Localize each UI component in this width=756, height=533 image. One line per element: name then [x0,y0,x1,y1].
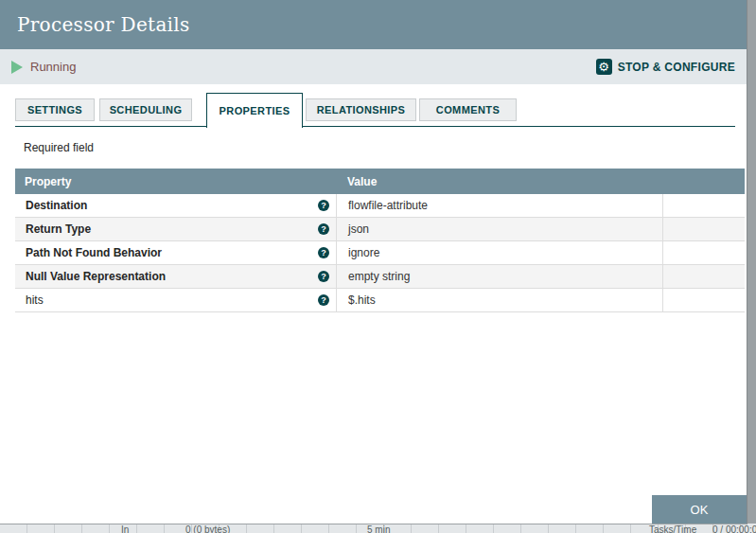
property-name: hits [26,293,44,307]
gear-icon: ⚙ [596,59,612,75]
dialog-title: Processor Details [17,13,190,36]
table-row: Null Value Representation ? empty string [15,265,745,289]
bg-tasks-label: Tasks/Time [649,524,696,533]
required-field-note: Required field [24,141,94,154]
property-cell: Destination ? [15,194,336,217]
background-canvas-strip: In 0 (0 bytes) 5 min Tasks/Time 0 / 00:0… [0,524,756,533]
bg-stat-in-value: 0 (0 bytes) [185,524,230,533]
extra-cell [662,218,745,240]
help-icon[interactable]: ? [318,271,329,282]
help-icon[interactable]: ? [318,294,329,306]
tab-relationships[interactable]: RELATIONSHIPS [306,98,416,121]
bg-tasks-value: 0 / 00:00:0 [712,524,756,533]
status-indicator: Running [11,60,76,74]
tab-bar: SETTINGS SCHEDULING PROPERTIES RELATIONS… [15,93,517,128]
value-cell: empty string [336,265,662,288]
stop-and-configure-button[interactable]: ⚙ STOP & CONFIGURE [596,59,735,75]
value-cell: flowfile-attribute [336,194,662,217]
value-cell: json [336,218,662,240]
property-cell: Null Value Representation ? [15,265,336,288]
table-row: Return Type ? json [15,218,745,241]
help-icon[interactable]: ? [318,200,329,211]
help-icon[interactable]: ? [318,223,329,235]
value-cell: $.hits [336,289,662,311]
property-name: Destination [26,199,87,212]
extra-cell [662,194,745,217]
processor-details-dialog: Processor Details Running ⚙ STOP & CONFI… [0,0,747,524]
bg-stat-in-label: In [121,524,129,533]
run-status-label: Running [30,60,76,74]
value-cell: ignore [336,241,662,264]
property-cell: hits ? [15,289,336,311]
table-row: Destination ? flowfile-attribute [15,194,745,218]
property-name: Return Type [26,222,91,236]
tab-properties[interactable]: PROPERTIES [206,93,303,128]
property-cell: Return Type ? [15,218,336,240]
column-header-value: Value [336,175,745,188]
property-name: Path Not Found Behavior [26,246,162,259]
tab-scheduling[interactable]: SCHEDULING [99,98,192,121]
table-row: Path Not Found Behavior ? ignore [15,241,745,265]
run-status-icon [11,61,23,74]
help-icon[interactable]: ? [318,247,329,258]
property-name: Null Value Representation [26,270,166,283]
stop-and-configure-label: STOP & CONFIGURE [618,61,735,74]
bg-stat-window: 5 min [367,524,390,533]
extra-cell [662,289,745,311]
tab-comments[interactable]: COMMENTS [419,98,517,121]
ok-button[interactable]: OK [652,495,747,524]
extra-cell [662,241,745,264]
properties-table: Property Value Destination ? flowfile-at… [15,169,745,312]
tab-settings[interactable]: SETTINGS [15,98,95,121]
dialog-header: Processor Details [0,0,747,49]
extra-cell [662,265,745,288]
properties-table-header: Property Value [15,169,745,194]
property-cell: Path Not Found Behavior ? [15,241,336,264]
screen: In 0 (0 bytes) 5 min Tasks/Time 0 / 00:0… [0,0,756,533]
column-header-property: Property [15,175,336,188]
status-bar: Running ⚙ STOP & CONFIGURE [0,49,747,84]
table-row: hits ? $.hits [15,289,745,312]
